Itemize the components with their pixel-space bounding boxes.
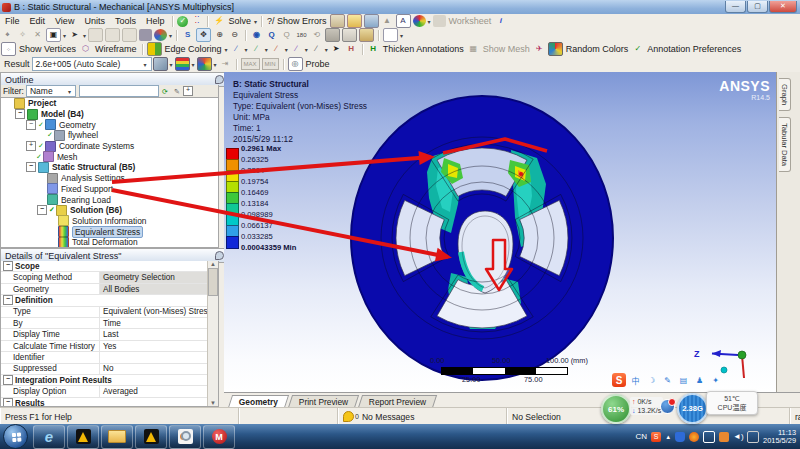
worksheet-button[interactable]: Worksheet: [449, 16, 492, 26]
details-value[interactable]: Geometry Selection: [100, 272, 218, 282]
edge-option-icon[interactable]: ∕: [230, 43, 243, 55]
filter-input[interactable]: [79, 85, 159, 97]
min-tag-icon[interactable]: MIN: [262, 58, 279, 70]
refresh-filter-icon[interactable]: ⟳: [160, 86, 170, 96]
tab-graph[interactable]: Graph: [779, 78, 791, 111]
tray-shield-icon[interactable]: [675, 432, 685, 442]
collapse-toggle-icon[interactable]: −: [37, 205, 47, 215]
maximize-button[interactable]: ▢: [747, 1, 768, 13]
thicken-annotations-button[interactable]: Thicken Annotations: [383, 44, 464, 54]
tree-item-static-structural[interactable]: − Static Structural (B5): [1, 162, 218, 173]
box-select-dropdown-icon[interactable]: ▾: [63, 32, 66, 39]
pin-icon[interactable]: [215, 251, 224, 260]
details-section[interactable]: −Scope: [1, 261, 218, 272]
wireframe-button[interactable]: Wireframe: [95, 44, 137, 54]
result-scale-combo[interactable]: 2.6e+005 (Auto Scale) ▾: [32, 57, 152, 71]
memory-ball-widget[interactable]: 61%: [601, 394, 631, 424]
tree-item-solution[interactable]: − ✓ Solution (B6): [1, 205, 218, 216]
edge-option-dropdown-icon[interactable]: ▾: [325, 46, 328, 53]
ram-ball-widget[interactable]: 2.38G: [677, 393, 708, 424]
sogou-logo-icon[interactable]: S: [612, 373, 626, 387]
tray-language[interactable]: CN: [636, 432, 648, 441]
menu-units[interactable]: Units: [79, 16, 110, 26]
probe-button[interactable]: Probe: [306, 59, 330, 69]
edit-filter-icon[interactable]: ✎: [172, 86, 182, 96]
tray-network-icon[interactable]: [747, 431, 759, 443]
taskbar-ansys-mechanical[interactable]: [135, 425, 167, 449]
menu-help[interactable]: Help: [141, 16, 170, 26]
colored-cube-icon[interactable]: [197, 57, 212, 71]
tree-item-geometry[interactable]: − ✓ Geometry: [1, 119, 218, 130]
taskbar-explorer[interactable]: [101, 425, 133, 449]
skin-icon[interactable]: ♟: [693, 374, 706, 387]
tree-item-coordinate-systems[interactable]: + ✓ Coordinate Systems: [1, 141, 218, 152]
edge-coloring-button[interactable]: Edge Coloring: [165, 44, 222, 54]
show-errors-button[interactable]: ?/ Show Errors: [267, 16, 327, 26]
details-value[interactable]: Last: [100, 329, 218, 339]
filter-dropdown-icon[interactable]: ▾: [68, 88, 71, 95]
minimize-button[interactable]: —: [725, 1, 746, 13]
look-at-icon[interactable]: [383, 28, 398, 42]
rotate-180-icon[interactable]: 180: [295, 29, 308, 41]
edge-option-icon[interactable]: ∕: [290, 43, 303, 55]
status-ok-icon[interactable]: ✓: [177, 16, 188, 27]
pan-view-icon[interactable]: ✥: [196, 28, 211, 42]
details-section[interactable]: −Results: [1, 398, 218, 407]
keyboard-icon[interactable]: ▤: [677, 374, 690, 387]
explode-icon[interactable]: ➤: [330, 43, 343, 55]
tray-sogou-icon[interactable]: S: [651, 432, 661, 442]
contour-dropdown-icon[interactable]: ▾: [192, 61, 195, 68]
contour-bands-icon[interactable]: [175, 57, 190, 71]
collapse-toggle-icon[interactable]: −: [3, 398, 13, 407]
zoom-in-icon[interactable]: ⊕: [213, 29, 226, 41]
box-select-icon[interactable]: ▣: [46, 28, 61, 42]
thin-annotation-icon[interactable]: H: [345, 43, 358, 55]
collapse-toggle-icon[interactable]: −: [26, 162, 36, 172]
details-section[interactable]: −Definition: [1, 295, 218, 306]
pin-icon[interactable]: [215, 75, 224, 84]
details-value[interactable]: [100, 352, 218, 362]
tree-item-bearing-load[interactable]: Bearing Load: [1, 194, 218, 205]
taskbar-search-tool[interactable]: [169, 425, 201, 449]
details-scrollbar[interactable]: ▲▼: [207, 261, 218, 406]
tree-item-mesh[interactable]: ✓ Mesh: [1, 151, 218, 162]
details-value[interactable]: No: [100, 364, 218, 374]
edge-option-dropdown-icon[interactable]: ▾: [245, 46, 248, 53]
look-at-dropdown-icon[interactable]: ▾: [400, 32, 403, 39]
tree-item-fixed-support[interactable]: Fixed Support: [1, 184, 218, 195]
solve-dropdown-icon[interactable]: ▾: [254, 18, 257, 25]
colored-cube-dropdown-icon[interactable]: ▾: [214, 61, 217, 68]
tag-icon[interactable]: [359, 28, 374, 42]
tray-expand-icon[interactable]: ▲: [665, 434, 671, 440]
taskbar-mail[interactable]: M: [203, 425, 235, 449]
cursor-mode-dropdown-icon[interactable]: ▾: [83, 32, 86, 39]
tree-item-equivalent-stress[interactable]: Equivalent Stress: [1, 226, 218, 237]
details-value[interactable]: Time: [100, 318, 218, 328]
tray-doc-icon[interactable]: [719, 432, 729, 442]
jet-icon[interactable]: ✈: [533, 43, 546, 55]
details-value[interactable]: Yes: [100, 341, 218, 351]
solve-button[interactable]: Solve: [228, 16, 251, 26]
geometry-display-icon[interactable]: [153, 57, 168, 71]
color-dropdown-icon[interactable]: ▾: [428, 18, 431, 25]
random-colors-button[interactable]: Random Colors: [566, 44, 629, 54]
moon-icon[interactable]: ☽: [645, 374, 658, 387]
edge-option-dropdown-icon[interactable]: ▾: [305, 46, 308, 53]
tray-360-icon[interactable]: [689, 432, 699, 442]
connections-icon[interactable]: ⁚⁚: [190, 15, 203, 27]
annotation-preferences-button[interactable]: Annotation Preferences: [647, 44, 741, 54]
named-selection-icon[interactable]: A: [396, 14, 411, 28]
tray-window-icon[interactable]: [703, 431, 715, 443]
tree-item-model[interactable]: − Model (B4): [1, 109, 218, 120]
rotate-view-icon[interactable]: S: [181, 29, 194, 41]
tree-item-project[interactable]: Project: [1, 98, 218, 109]
label-select-icon[interactable]: ⌖: [1, 29, 14, 41]
expand-all-icon[interactable]: +: [183, 86, 193, 96]
tree-item-flywheel[interactable]: ✓ flywheel: [1, 130, 218, 141]
toolbox-icon[interactable]: ✦: [709, 374, 722, 387]
taskbar-clock[interactable]: 11:13 2015/5/29: [763, 429, 796, 445]
details-section[interactable]: −Integration Point Results: [1, 375, 218, 386]
graphics-viewport[interactable]: B: Static Structural Equivalent Stress T…: [224, 72, 776, 392]
status-messages[interactable]: 0 No Messages: [338, 408, 507, 425]
viewports-icon[interactable]: [325, 28, 340, 42]
